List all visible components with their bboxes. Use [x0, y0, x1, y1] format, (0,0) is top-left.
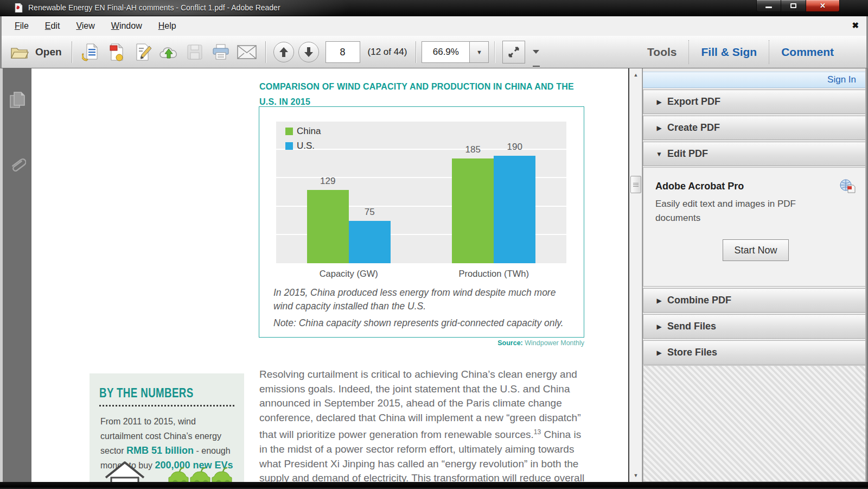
chart-figure: 12975185190ChinaU.S. In 2015, China prod… [259, 106, 584, 338]
chevron-right-icon: ▶ [651, 323, 667, 331]
panel-export-pdf[interactable]: ▶ Export PDF [643, 90, 866, 114]
share-file-button[interactable] [80, 42, 101, 62]
panel-create-pdf[interactable]: ▶ Create PDF [643, 116, 866, 140]
chevron-right-icon: ▶ [651, 297, 667, 304]
scrollbar-thumb[interactable] [630, 176, 641, 193]
panel-label: Export PDF [667, 96, 720, 107]
menu-view[interactable]: View [69, 19, 101, 33]
adobe-reader-window: Renewable Energy EN Final-AH comments - … [0, 0, 868, 489]
btn-highlight-1: RMB 51 billion [126, 445, 194, 456]
close-document-icon[interactable]: ✖ [852, 21, 859, 30]
bar-value-label: 185 [452, 144, 494, 155]
tab-fill-sign[interactable]: Fill & Sign [695, 42, 762, 62]
title-bar: Renewable Energy EN Final-AH comments - … [0, 0, 868, 16]
attachments-paperclip-icon[interactable] [9, 157, 26, 177]
legend-swatch [285, 128, 293, 135]
panel-combine-pdf[interactable]: ▶ Combine PDF [643, 288, 866, 313]
toolbar: Open [0, 36, 868, 68]
bar-value-label: 190 [494, 142, 535, 153]
upload-cloud-button[interactable] [158, 42, 179, 62]
zoom-dropdown-button[interactable]: ▼ [469, 41, 489, 63]
paragraph-text: Resolving curtailment is critical to ach… [259, 369, 580, 441]
acrobat-globe-icon [839, 179, 856, 194]
bar-value-label: 75 [349, 207, 391, 218]
source-label: Source: [497, 339, 523, 347]
bar-us-0 [349, 221, 391, 263]
panel-label: Combine PDF [667, 295, 731, 306]
menu-window[interactable]: Window [105, 19, 149, 33]
print-button[interactable] [210, 42, 231, 62]
page-thumbnails-icon[interactable] [9, 91, 25, 109]
next-page-button[interactable] [298, 42, 319, 62]
panel-send-files[interactable]: ▶ Send Files [643, 314, 866, 339]
dotted-divider [99, 405, 234, 407]
tools-sidebar: Sign In ▶ Export PDF ▶ Create PDF ▼ Edit… [642, 68, 865, 482]
bar-china-1 [452, 158, 494, 263]
panel-edit-pdf[interactable]: ▼ Edit PDF [643, 142, 866, 166]
panel-label: Create PDF [667, 122, 720, 134]
legend-label: China [297, 126, 321, 137]
maximize-icon [790, 3, 796, 8]
menu-file[interactable]: File [8, 19, 35, 33]
toolbar-separator [416, 41, 416, 63]
menu-bar: File Edit View Window Help ✖ [0, 16, 868, 36]
toolbar-right-tabs: Tools Fill & Sign Comment [642, 40, 839, 64]
vertical-scrollbar[interactable]: ▲ ▼ [628, 68, 642, 482]
save-button[interactable] [184, 42, 205, 62]
menu-edit[interactable]: Edit [39, 19, 67, 33]
panel-label: Store Files [667, 347, 717, 358]
legend-swatch [285, 142, 293, 150]
footnote-reference: 13 [534, 428, 541, 436]
window-bottom-border [0, 482, 868, 489]
sign-in-link[interactable]: Sign In [643, 72, 866, 88]
arrow-up-icon [279, 47, 289, 58]
tab-comment[interactable]: Comment [776, 42, 839, 62]
fit-window-button[interactable] [502, 41, 525, 63]
open-button[interactable]: Open [10, 45, 66, 60]
navigation-pane [0, 68, 31, 482]
zoom-level-input[interactable]: 66.9% [422, 41, 469, 63]
window-controls: ✕ [756, 0, 840, 12]
panel-label: Send Files [667, 321, 716, 332]
sign-document-button[interactable] [132, 42, 153, 62]
category-label: Capacity (GW) [289, 269, 409, 279]
page-count-label: (12 of 44) [368, 47, 407, 58]
toolbar-separator [494, 41, 495, 63]
toolbar-separator [769, 40, 769, 64]
toolbar-more-button[interactable] [533, 50, 539, 54]
tab-tools[interactable]: Tools [642, 42, 682, 62]
close-icon: ✕ [820, 2, 826, 10]
resize-arrows-icon [507, 46, 520, 59]
minimize-button[interactable] [756, 0, 781, 12]
scroll-down-button[interactable]: ▼ [630, 470, 642, 481]
open-label: Open [35, 46, 62, 58]
start-now-button[interactable]: Start Now [723, 239, 789, 261]
chevron-right-icon: ▶ [651, 124, 667, 132]
previous-page-button[interactable] [273, 42, 294, 62]
panel-store-files[interactable]: ▶ Store Files [643, 340, 866, 365]
chart-plot-area: 12975185190ChinaU.S. [276, 122, 566, 263]
page-number-input[interactable]: 8 [326, 41, 360, 63]
by-the-numbers-box: BY THE NUMBERS From 2011 to 2015, wind c… [90, 373, 244, 482]
toolbar-separator [72, 41, 72, 63]
scroll-up-button[interactable]: ▲ [630, 69, 642, 80]
upload-cloud-icon [159, 43, 178, 61]
document-page[interactable]: COMPARISON OF WIND CAPACITY AND PRODUCTI… [31, 68, 628, 482]
chart-source: Source: Windpower Monthly [497, 339, 584, 347]
email-button[interactable] [237, 42, 257, 62]
print-icon [212, 43, 230, 61]
chevron-right-icon: ▶ [651, 98, 667, 106]
house-and-ev-cars-illustration [90, 456, 244, 482]
export-pdf-button[interactable] [106, 42, 127, 62]
share-file-icon [82, 43, 99, 61]
window-title: Renewable Energy EN Final-AH comments - … [28, 3, 280, 12]
menu-help[interactable]: Help [152, 19, 183, 33]
close-button[interactable]: ✕ [806, 0, 840, 12]
maximize-button[interactable] [781, 0, 806, 12]
save-icon [186, 43, 203, 61]
bar-us-1 [494, 156, 535, 263]
chart-title: COMPARISON OF WIND CAPACITY AND PRODUCTI… [259, 79, 590, 110]
legend-item: China [285, 126, 321, 137]
by-the-numbers-title: BY THE NUMBERS [99, 385, 212, 401]
chart-caption: In 2015, China produced less energy from… [273, 286, 571, 313]
